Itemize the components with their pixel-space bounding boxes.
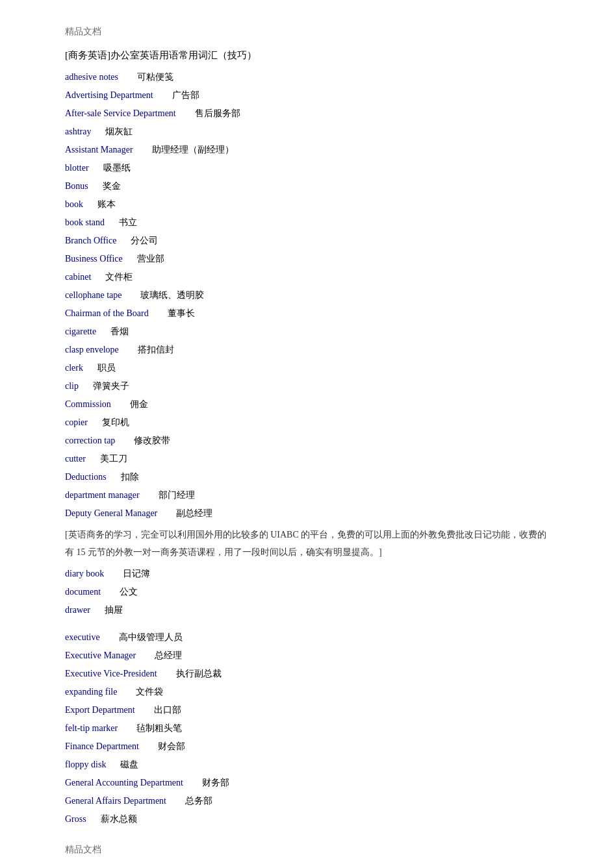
- vocab-english: ashtray: [65, 127, 91, 136]
- vocab-gap: [83, 363, 92, 373]
- vocab-chinese: 账本: [97, 199, 116, 209]
- vocab-entry: cellophane tape 玻璃纸、透明胶: [65, 286, 549, 304]
- vocab-gap: [123, 254, 132, 264]
- vocab-entry: General Accounting Department 财务部: [65, 774, 549, 792]
- vocab-english: Executive Manager: [65, 651, 136, 660]
- vocab-gap: [105, 217, 114, 227]
- vocab-english: adhesive notes: [65, 72, 118, 82]
- vocab-english: Assistant Manager: [65, 145, 133, 155]
- vocab-chinese: 抽屉: [105, 605, 123, 615]
- vocab-english: diary book: [65, 569, 104, 578]
- vocab-entry: Branch Office 分公司: [65, 232, 549, 250]
- vocab-chinese: 佣金: [130, 399, 148, 409]
- vocab-entry: expanding file 文件袋: [65, 683, 549, 701]
- vocab-gap: [118, 723, 131, 733]
- vocab-english: clerk: [65, 363, 83, 373]
- vocab-gap: [83, 199, 92, 209]
- vocab-english: Advertising Department: [65, 90, 153, 100]
- vocab-gap: [135, 705, 149, 715]
- vocab-chinese: 薪水总额: [101, 814, 137, 824]
- vocab-entry: clasp envelope 搭扣信封: [65, 341, 549, 359]
- vocab-english: General Accounting Department: [65, 778, 183, 787]
- vocab-chinese: 奖金: [103, 181, 121, 191]
- vocab-english: drawer: [65, 605, 90, 615]
- vocab-chinese: 广告部: [172, 90, 199, 100]
- vocab-english: book: [65, 199, 83, 209]
- vocab-gap: [106, 760, 115, 769]
- vocab-chinese: 财务部: [202, 778, 229, 787]
- vocab-english: General Affairs Department: [65, 796, 166, 806]
- vocab-chinese: 职员: [97, 363, 116, 373]
- vocab-entry: Executive Manager 总经理: [65, 647, 549, 665]
- vocab-entry: cigarette 香烟: [65, 323, 549, 341]
- vocab-chinese: 总经理: [155, 651, 182, 660]
- vocab-gap: [139, 741, 153, 751]
- vocab-english: floppy disk: [65, 760, 106, 769]
- vocab-entry: Advertising Department 广告部: [65, 86, 549, 105]
- vocab-gap: [157, 508, 171, 518]
- vocab-gap: [90, 605, 99, 615]
- vocab-english: executive: [65, 632, 100, 642]
- vocab-entry: floppy disk 磁盘: [65, 756, 549, 774]
- vocab-entry: Business Office 营业部: [65, 250, 549, 268]
- vocab-entry: diary book 日记簿: [65, 565, 549, 583]
- vocab-entry: Deputy General Manager 副总经理: [65, 504, 549, 523]
- vocab-chinese: 出口部: [154, 705, 181, 715]
- vocab-english: Branch Office: [65, 236, 116, 245]
- vocab-english: blotter: [65, 163, 89, 173]
- vocab-english: Business Office: [65, 254, 123, 264]
- vocab-gap: [107, 472, 116, 482]
- vocab-english: cutter: [65, 454, 86, 464]
- vocab-gap: [176, 108, 190, 118]
- vocab-chinese: 文件柜: [105, 272, 133, 282]
- vocab-english: cigarette: [65, 327, 96, 336]
- vocab-english: Executive Vice-President: [65, 669, 157, 678]
- vocab-chinese: 玻璃纸、透明胶: [140, 290, 204, 300]
- vocab-chinese: 磁盘: [120, 760, 138, 769]
- vocab-chinese: 日记簿: [123, 569, 150, 578]
- vocab-entry: Executive Vice-President 执行副总裁: [65, 665, 549, 683]
- vocab-gap: [86, 814, 96, 824]
- vocab-entry: Bonus 奖金: [65, 177, 549, 195]
- vocab-english: Export Department: [65, 705, 135, 715]
- vocab-chinese: 吸墨纸: [103, 163, 131, 173]
- vocab-chinese: 烟灰缸: [105, 127, 133, 136]
- vocab-chinese: 书立: [119, 217, 137, 227]
- vocab-gap: [100, 632, 114, 642]
- vocab-chinese: 文件袋: [136, 687, 163, 697]
- vocab-gap: [91, 272, 100, 282]
- vocab-entry: adhesive notes 可粘便笺: [65, 68, 549, 86]
- document-title: [商务英语]办公室英语用语常用词汇（技巧）: [65, 49, 549, 62]
- vocab-chinese: 总务部: [185, 796, 212, 806]
- vocab-gap: [117, 687, 131, 697]
- vocab-english: clip: [65, 381, 79, 391]
- vocab-chinese: 营业部: [137, 254, 164, 264]
- vocab-english: Finance Department: [65, 741, 139, 751]
- ad-block: [英语商务的学习，完全可以利用国外用的比较多的 UIABC 的平台，免费的可以用…: [65, 527, 549, 561]
- vocab-chinese: 毡制粗头笔: [136, 723, 182, 733]
- vocab-entry: executive 高中级管理人员: [65, 628, 549, 647]
- vocab-gap: [104, 569, 118, 578]
- vocab-entry: Commission 佣金: [65, 395, 549, 414]
- vocab-english: Deductions: [65, 472, 107, 482]
- vocab-gap: [140, 490, 153, 500]
- vocab-entry: drawer 抽屉: [65, 601, 549, 619]
- vocab-english: document: [65, 587, 101, 597]
- vocab-english: correction tap: [65, 436, 115, 445]
- vocab-chinese: 执行副总裁: [176, 669, 222, 678]
- vocab-entry: cutter 美工刀: [65, 450, 549, 468]
- vocab-gap: [122, 290, 135, 300]
- vocab-english: cabinet: [65, 272, 91, 282]
- vocab-gap: [119, 345, 133, 354]
- vocab-gap: [149, 308, 162, 318]
- vocab-gap: [116, 236, 125, 245]
- vocab-english: Gross: [65, 814, 86, 824]
- vocab-english: Bonus: [65, 181, 88, 191]
- vocab-list-1: adhesive notes 可粘便笺Advertising Departmen…: [65, 68, 549, 523]
- vocab-gap: [79, 381, 88, 391]
- vocab-gap: [96, 327, 105, 336]
- vocab-gap: [183, 778, 197, 787]
- vocab-entry: Gross 薪水总额: [65, 810, 549, 828]
- vocab-chinese: 弹簧夹子: [93, 381, 129, 391]
- vocab-gap: [89, 163, 98, 173]
